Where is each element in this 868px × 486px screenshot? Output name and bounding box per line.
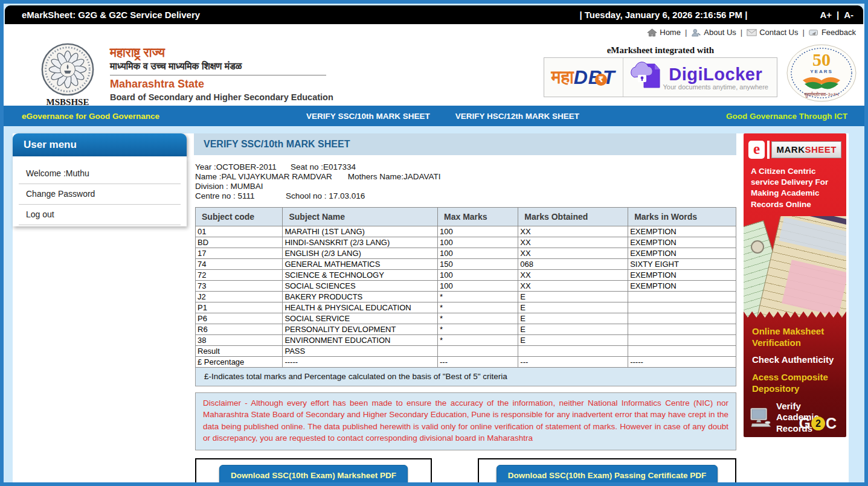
- feedback-icon: [809, 28, 819, 37]
- app-title: eMarkSheet: G2G & G2C Service Delivery: [22, 10, 579, 20]
- table-cell: 72: [196, 269, 283, 280]
- emarksheet-logo: e MARKSHEET: [748, 141, 841, 159]
- table-cell: E: [518, 302, 628, 313]
- table-cell: EXEMPTION: [628, 237, 736, 248]
- best-of-5-note: £-Indicates total marks and Percentage c…: [195, 368, 736, 386]
- emarksheet-ad-banner[interactable]: e MARKSHEET A Citizen Centric service De…: [744, 133, 846, 437]
- student-seat: Seat no :E017334: [291, 162, 356, 171]
- svg-text:YEARS: YEARS: [810, 69, 833, 74]
- nav-verify-link[interactable]: VERIFY HSC/12th MARK SHEET: [455, 112, 579, 121]
- disclaimer-text: Disclaimer - Although every effort has b…: [195, 392, 736, 450]
- table-cell: 100: [438, 226, 518, 237]
- table-cell: 150: [438, 258, 518, 269]
- datetime: | Tuesday, January 6, 2026 2:16:56 PM |: [579, 10, 747, 20]
- contact-link[interactable]: Contact Us: [747, 28, 798, 37]
- digilocker-tagline: Your documents anytime, anywhere: [663, 83, 768, 91]
- table-cell: BD: [196, 237, 283, 248]
- table-cell: SOCIAL SERVICE: [283, 313, 438, 324]
- mahadbt-dbt-text: DBT: [574, 66, 616, 89]
- table-row: ResultPASS: [196, 345, 736, 356]
- table-cell: HINDI-SANSKRIT (2/3 LANG): [283, 237, 438, 248]
- g2c-logo: G 2 C: [799, 415, 837, 432]
- user-menu-item[interactable]: Change Password: [19, 184, 181, 205]
- user-menu-item[interactable]: Log out: [19, 205, 181, 225]
- table-cell: *: [438, 334, 518, 345]
- ad-feature-item: Online Maksheet Verification: [752, 326, 837, 349]
- table-row: 74GENERAL MATHEMATICS150068SIXTY EIGHT: [196, 258, 736, 269]
- table-cell: J2: [196, 291, 283, 302]
- table-cell: EXEMPTION: [628, 269, 736, 280]
- spacer: [4, 126, 864, 133]
- table-cell: EXEMPTION: [628, 280, 736, 291]
- table-cell: PASS: [283, 345, 438, 356]
- integrated-with-label: eMarksheet integrated with: [544, 45, 777, 56]
- board-seal: MSBSHSE: [35, 42, 100, 103]
- table-cell: XX: [518, 269, 628, 280]
- table-cell: 74: [196, 258, 283, 269]
- rupee-icon: ₹: [595, 74, 607, 86]
- column-header: Max Marks: [438, 207, 518, 226]
- svg-text:सुवर्णमहोत्सव-२०१५: सुवर्णमहोत्सव-२०१५: [803, 91, 839, 98]
- nav-slogan-left: eGovernance for Good Governance: [22, 112, 159, 121]
- document-tan: [756, 198, 846, 342]
- table-cell: PERSONALITY DEVLOPMENT: [283, 324, 438, 334]
- table-row: 73SOCIAL SCIENCES100XXEXEMPTION: [196, 280, 736, 291]
- navbar: eGovernance for Good Governance VERIFY S…: [4, 106, 864, 126]
- table-cell: *: [438, 291, 518, 302]
- table-cell: £ Percentage: [196, 356, 283, 367]
- digilocker-logo[interactable]: DigiLocker Your documents anytime, anywh…: [623, 58, 777, 97]
- mahadbt-maha-text: महा: [551, 66, 574, 88]
- board-name-english-1: Maharashtra State: [110, 78, 333, 91]
- main-body: Year :OCTOBER-2011Seat no :E017334 Name …: [194, 155, 736, 486]
- about-link[interactable]: About Us: [691, 28, 736, 37]
- msbshse-seal-icon: [39, 42, 97, 97]
- table-cell: -----: [283, 356, 438, 367]
- ad-feature-item: Acess Composite Depository: [752, 372, 837, 395]
- font-decrease-button[interactable]: A-: [844, 10, 854, 20]
- table-cell: MARATHI (1ST LANG): [283, 226, 438, 237]
- table-cell: 100: [438, 280, 518, 291]
- table-row: R6PERSONALITY DEVLOPMENT*E: [196, 324, 736, 334]
- feedback-link[interactable]: Feedback: [809, 28, 856, 37]
- ad-feature-item: Check Authenticity: [752, 354, 837, 366]
- table-row: 01MARATHI (1ST LANG)100XXEXEMPTION: [196, 226, 736, 237]
- student-division: Division : MUMBAI: [195, 182, 263, 191]
- content: User menu Welcome :MuthuChange PasswordL…: [4, 133, 864, 486]
- marks-table-header-row: Subject codeSubject NameMax MarksMarks O…: [196, 207, 736, 226]
- table-cell: E: [518, 334, 628, 345]
- user-menu-title: User menu: [13, 133, 187, 156]
- table-cell: [628, 291, 736, 302]
- font-increase-button[interactable]: A+: [820, 10, 832, 20]
- column-header: Subject Name: [283, 207, 438, 226]
- student-name: Name :PAL VIJAYKUMAR RAMDVAR: [195, 172, 332, 181]
- page-title: VERIFY SSC/10th MARK SHEET: [194, 133, 736, 155]
- sidebar: User menu Welcome :MuthuChange PasswordL…: [13, 133, 187, 226]
- table-cell: EXEMPTION: [628, 248, 736, 258]
- user-menu-item[interactable]: Welcome :Muthu: [19, 164, 181, 184]
- marksheet-documents-image: [744, 216, 846, 318]
- table-cell: [628, 334, 736, 345]
- integration-block: eMarksheet integrated with महा DBT ₹: [544, 42, 858, 103]
- table-cell: [518, 345, 628, 356]
- student-centre: Centre no : 5111: [195, 191, 286, 201]
- column-header: Subject code: [196, 207, 283, 226]
- table-row: 38ENVIRONMENT EDUCATION*E: [196, 334, 736, 345]
- table-cell: SOCIAL SCIENCES: [283, 280, 438, 291]
- download-passing-certificate-button[interactable]: Download SSC(10th Exam) Passing Certific…: [497, 465, 718, 486]
- home-link[interactable]: Home: [647, 28, 681, 37]
- download-marksheet-button[interactable]: Download SSC(10th Exam) Marksheet PDF: [219, 465, 408, 486]
- emarksheet-e-icon: e: [748, 141, 765, 159]
- computer-icon: [748, 401, 771, 435]
- link-separator: |: [803, 28, 805, 37]
- table-cell: E: [518, 313, 628, 324]
- nav-center: VERIFY SSC/10th MARK SHEETVERIFY HSC/12t…: [159, 112, 726, 121]
- table-row: £ Percentage----------------: [196, 356, 736, 367]
- student-details: Year :OCTOBER-2011Seat no :E017334 Name …: [195, 162, 736, 201]
- site-header: MSBSHSE महाराष्ट्र राज्य माध्यमिक व उच्च…: [4, 40, 864, 106]
- download-buttons-row: Download SSC(10th Exam) Marksheet PDF Do…: [195, 458, 736, 486]
- table-cell: XX: [518, 226, 628, 237]
- table-row: BDHINDI-SANSKRIT (2/3 LANG)100XXEXEMPTIO…: [196, 237, 736, 248]
- mahadbt-logo[interactable]: महा DBT ₹: [544, 58, 623, 97]
- table-row: J2BAKERY PRODUCTS*E: [196, 291, 736, 302]
- nav-verify-link[interactable]: VERIFY SSC/10th MARK SHEET: [306, 112, 430, 121]
